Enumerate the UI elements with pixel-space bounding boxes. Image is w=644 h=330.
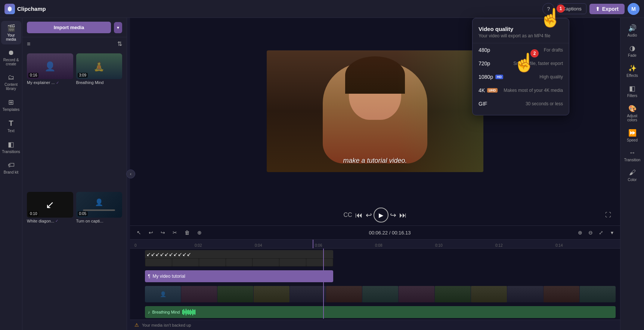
left-sidebar: 🎬 Your media ⏺ Record & create 🗂 Content…: [0, 18, 22, 330]
vq-badge-uhd: UHD: [487, 88, 498, 93]
track-content-text: ¶ My video tutorial: [145, 270, 616, 283]
sidebar-item-media[interactable]: 🎬 Your media: [1, 21, 21, 44]
audio-label: Breathing Mind: [152, 310, 180, 314]
effects-sidebar-icon: ✨: [628, 64, 637, 72]
vq-label-4k: 4K: [479, 87, 485, 93]
forward-button[interactable]: ↪: [388, 209, 398, 221]
undo-button[interactable]: ↩: [146, 228, 155, 237]
effects-sidebar-label: Effects: [626, 74, 638, 78]
media-panel: Import media ▾ ≡ ⇅ 👤 0:16 My explainer .…: [22, 18, 127, 330]
skip-to-start-button[interactable]: ⏮: [354, 209, 364, 221]
track-content-video: 👤: [145, 284, 616, 304]
sidebar-item-brand-kit[interactable]: 🏷 Brand kit: [1, 158, 21, 177]
filters-sidebar-icon: ◧: [629, 84, 635, 93]
split-button[interactable]: ✂: [170, 228, 179, 237]
vq-option-left-gif: GIF: [479, 101, 487, 107]
sidebar-item-text[interactable]: T Text: [1, 116, 21, 136]
right-sidebar-item-effects[interactable]: ✨ Effects: [622, 61, 643, 81]
captions-button[interactable]: Captions: [557, 3, 586, 14]
vq-option-4k[interactable]: 4K UHD Makes most of your 4K media: [473, 84, 569, 97]
sidebar-label-media: Your media: [3, 33, 20, 41]
play-button[interactable]: ▶: [374, 208, 388, 222]
fit-timeline-button[interactable]: ⤢: [597, 229, 606, 236]
expand-timeline-button[interactable]: ▾: [609, 228, 616, 237]
track-audio: ♪ Breathing Mind: [134, 305, 616, 319]
media-duration-white-diag: 0:10: [28, 211, 38, 216]
topbar: Clipchamp My video ? Captions ⬆ Export M: [0, 0, 644, 18]
vq-option-1080p[interactable]: 1080p HD High quality: [473, 70, 569, 84]
skip-to-end-button[interactable]: ⏭: [398, 209, 408, 221]
collapse-panel-button[interactable]: ‹: [126, 169, 135, 178]
sidebar-item-record[interactable]: ⏺ Record & create: [1, 46, 21, 69]
app-logo: Clipchamp: [4, 4, 46, 14]
text-clip[interactable]: ¶ My video tutorial: [145, 270, 333, 282]
sidebar-item-transitions[interactable]: ◧ Transitions: [1, 137, 21, 157]
right-sidebar-item-audio[interactable]: 🔊 Audio: [622, 21, 643, 40]
track-clip-arrows[interactable]: ↙↙↙↙↙↙↙↙↙↙: [145, 250, 333, 267]
media-duration-explainer: 0:16: [28, 73, 38, 78]
avatar[interactable]: M: [628, 3, 640, 15]
audio-sidebar-icon: 🔊: [628, 24, 637, 32]
vq-label-1080p: 1080p: [479, 74, 493, 80]
vq-option-gif[interactable]: GIF 30 seconds or less: [473, 97, 569, 110]
text-clip-label: My video tutorial: [152, 274, 185, 279]
export-button[interactable]: ⬆ Export: [589, 4, 625, 14]
redo-button[interactable]: ↪: [158, 228, 167, 237]
right-sidebar-item-filters[interactable]: ◧ Filters: [622, 81, 643, 101]
right-sidebar-item-adjust-colors[interactable]: 🎨 Adjust colors: [622, 102, 643, 125]
fullscreen-button[interactable]: ⛶: [604, 210, 613, 220]
video-title-input[interactable]: My video: [50, 4, 122, 13]
video-subtitle: make a tutorial video.: [343, 157, 407, 165]
add-to-timeline-button[interactable]: ⊕: [195, 228, 204, 237]
app-name: Clipchamp: [17, 6, 46, 12]
audio-sidebar-label: Audio: [628, 33, 637, 37]
main-video-clip[interactable]: 👤: [145, 286, 616, 302]
vq-desc-gif: 30 seconds or less: [526, 101, 563, 106]
vq-title: Video quality: [479, 26, 563, 32]
speed-sidebar-label: Speed: [627, 138, 638, 142]
import-media-arrow-button[interactable]: ▾: [114, 22, 122, 33]
vq-badge-hd: HD: [495, 75, 503, 79]
vq-option-720p[interactable]: 720p Smaller file, faster export: [473, 57, 569, 70]
vq-label-gif: GIF: [479, 101, 487, 107]
filter-button[interactable]: ≡: [27, 41, 30, 47]
media-item-explainer[interactable]: 👤 0:16 My explainer ... ✓: [27, 53, 73, 189]
right-sidebar-item-fade[interactable]: ◑ Fade: [622, 41, 643, 60]
zoom-out-button[interactable]: ⊖: [586, 229, 595, 236]
right-sidebar-item-transition[interactable]: ↔ Transition: [622, 146, 643, 165]
help-button[interactable]: ?: [542, 3, 554, 15]
media-item-white-diag[interactable]: ↙ 0:10 White diagon... ✓: [27, 192, 73, 327]
media-thumb-breathing: 🧘 3:09: [76, 53, 123, 79]
sort-button[interactable]: ⇅: [117, 40, 122, 47]
sidebar-label-library: Content library: [3, 82, 20, 91]
import-media-button[interactable]: Import media: [27, 22, 111, 33]
status-bar: ⚠ Your media isn't backed up: [130, 320, 620, 330]
zoom-in-button[interactable]: ⊕: [576, 229, 585, 236]
delete-button[interactable]: 🗑: [182, 228, 192, 237]
adjust-colors-sidebar-icon: 🎨: [628, 105, 637, 113]
media-label-turn-on: Turn on capti...: [76, 219, 123, 223]
media-thumb-turn-on: 👤 0:05: [76, 192, 123, 218]
media-thumb-white-diag: ↙ 0:10: [27, 192, 73, 218]
track-text: ¶ My video tutorial: [134, 270, 616, 283]
select-tool-button[interactable]: ↖: [134, 228, 143, 237]
sidebar-item-content-library[interactable]: 🗂 Content library: [1, 71, 21, 94]
timeline-toolbar: ↖ ↩ ↪ ✂ 🗑 ⊕ 00:06.22 / 00:16.13 ⊕ ⊖ ⤢ ▾: [130, 226, 620, 240]
vq-option-480p[interactable]: 480p For drafts: [473, 43, 569, 57]
vq-header: Video quality Your video will export as …: [473, 23, 569, 43]
sidebar-label-transitions: Transitions: [2, 150, 20, 154]
rewind-button[interactable]: ↩: [364, 209, 374, 221]
media-label-explainer: My explainer ... ✓: [27, 80, 73, 85]
timeline-tracks: ↙↙↙↙↙↙↙↙↙↙: [130, 249, 620, 320]
sidebar-label-record: Record & create: [3, 58, 20, 66]
preview-controls: CC ⏮ ↩ ▶ ↪ ⏭ ⛶: [130, 205, 620, 225]
media-item-breathing[interactable]: 🧘 3:09 Breathing Mind: [76, 53, 123, 189]
cc-button[interactable]: CC: [342, 210, 353, 220]
media-item-turn-on[interactable]: 👤 0:05 Turn on capti...: [76, 192, 123, 327]
audio-clip[interactable]: ♪ Breathing Mind: [145, 306, 616, 318]
right-sidebar-item-speed[interactable]: ⏩ Speed: [622, 126, 643, 145]
media-label-white-diag: White diagon... ✓: [27, 219, 73, 223]
right-sidebar-item-color[interactable]: 🖌 Color: [622, 166, 643, 185]
sidebar-item-templates[interactable]: ⊞ Templates: [1, 95, 21, 115]
timeline-ruler: 0 0:02 0:04 0:06 0:08 0:10 0:12 0:14: [130, 240, 620, 249]
